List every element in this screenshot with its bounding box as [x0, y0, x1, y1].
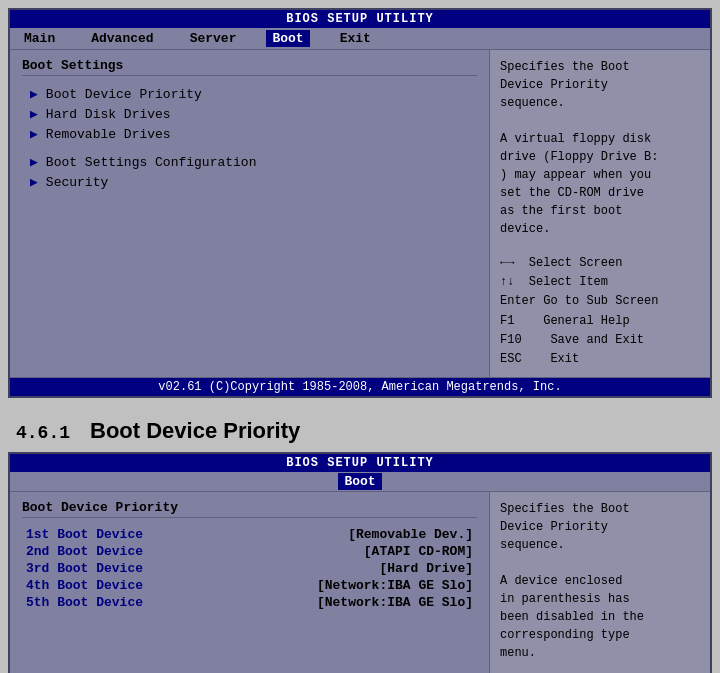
bios-content-area: Boot Settings ▶ Boot Device Priority ▶ H…	[10, 49, 710, 377]
key-help-section: ←→ Select Screen ↑↓ Select Item Enter Go…	[500, 254, 700, 369]
arrow-icon: ▶	[30, 106, 38, 122]
entry-hard-disk-drives[interactable]: ▶ Hard Disk Drives	[22, 104, 477, 124]
top-bios-panel: BIOS SETUP UTILITY Main Advanced Server …	[8, 8, 712, 398]
bios-title-bar: BIOS SETUP UTILITY	[10, 10, 710, 28]
key-select-item: ↑↓ Select Item	[500, 273, 700, 292]
bottom-section-title: Boot Device Priority	[22, 500, 477, 518]
entry-security[interactable]: ▶ Security	[22, 172, 477, 192]
bottom-boot-tab[interactable]: Boot	[338, 473, 381, 490]
boot-device-table: 1st Boot Device [Removable Dev.] 2nd Boo…	[22, 526, 477, 611]
menu-server[interactable]: Server	[184, 30, 243, 47]
arrow-icon: ▶	[30, 86, 38, 102]
key-sub-screen: Enter Go to Sub Screen	[500, 292, 700, 311]
menu-main[interactable]: Main	[18, 30, 61, 47]
arrow-icon: ▶	[30, 126, 38, 142]
section-title: Boot Device Priority	[90, 418, 300, 444]
key-esc-exit: ESC Exit	[500, 350, 700, 369]
arrow-icon: ▶	[30, 154, 38, 170]
table-row[interactable]: 2nd Boot Device [ATAPI CD-ROM]	[22, 543, 477, 560]
bottom-help-text: Specifies the Boot Device Priority seque…	[500, 500, 700, 662]
bottom-bios-content: Boot Device Priority 1st Boot Device [Re…	[10, 491, 710, 673]
section-heading: 4.6.1 Boot Device Priority	[0, 406, 720, 452]
menu-exit[interactable]: Exit	[334, 30, 377, 47]
key-save-exit: F10 Save and Exit	[500, 331, 700, 350]
top-menu-bar: Main Advanced Server Boot Exit	[10, 28, 710, 49]
menu-boot[interactable]: Boot	[266, 30, 309, 47]
bios-left-pane: Boot Settings ▶ Boot Device Priority ▶ H…	[10, 50, 490, 377]
bios-status-bar: v02.61 (C)Copyright 1985-2008, American …	[10, 377, 710, 396]
arrow-icon: ▶	[30, 174, 38, 190]
bottom-bios-title: BIOS SETUP UTILITY	[10, 454, 710, 472]
bottom-bios-left: Boot Device Priority 1st Boot Device [Re…	[10, 492, 490, 673]
menu-advanced[interactable]: Advanced	[85, 30, 159, 47]
bios-right-pane: Specifies the Boot Device Priority seque…	[490, 50, 710, 377]
entry-boot-settings-config[interactable]: ▶ Boot Settings Configuration	[22, 152, 477, 172]
bottom-bios-panel: BIOS SETUP UTILITY Boot Boot Device Prio…	[8, 452, 712, 673]
help-text: Specifies the Boot Device Priority seque…	[500, 58, 700, 238]
section-number: 4.6.1	[16, 423, 70, 443]
boot-settings-title: Boot Settings	[22, 58, 477, 76]
table-row[interactable]: 4th Boot Device [Network:IBA GE Slo]	[22, 577, 477, 594]
key-general-help: F1 General Help	[500, 312, 700, 331]
entry-removable-drives[interactable]: ▶ Removable Drives	[22, 124, 477, 144]
entry-boot-device-priority[interactable]: ▶ Boot Device Priority	[22, 84, 477, 104]
table-row[interactable]: 1st Boot Device [Removable Dev.]	[22, 526, 477, 543]
bottom-bios-right: Specifies the Boot Device Priority seque…	[490, 492, 710, 673]
key-select-screen: ←→ Select Screen	[500, 254, 700, 273]
table-row[interactable]: 5th Boot Device [Network:IBA GE Slo]	[22, 594, 477, 611]
table-row[interactable]: 3rd Boot Device [Hard Drive]	[22, 560, 477, 577]
